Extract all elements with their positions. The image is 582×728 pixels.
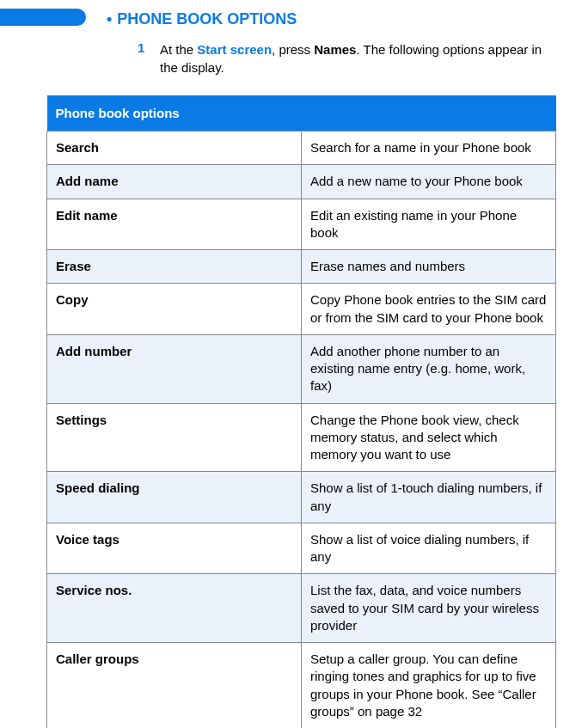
- start-screen-link: Start screen: [197, 42, 272, 57]
- table-row: Settings Change the Phone book view, che…: [47, 403, 556, 472]
- table-row: Add number Add another phone number to a…: [47, 334, 556, 403]
- option-name: Settings: [47, 403, 302, 472]
- option-name: Caller groups: [47, 643, 302, 729]
- table-row: Voice tags Show a list of voice dialing …: [47, 523, 556, 574]
- table-row: Service nos. List the fax, data, and voi…: [47, 574, 556, 643]
- table-row: Copy Copy Phone book entries to the SIM …: [47, 284, 556, 335]
- table-title: Phone book options: [47, 95, 556, 132]
- step-1: 1 At the Start screen, press Names. The …: [138, 40, 556, 76]
- option-name: Erase: [47, 250, 302, 284]
- option-desc: Show a list of 1-touch dialing numbers, …: [302, 472, 556, 523]
- table-row: Add name Add a new name to your Phone bo…: [47, 165, 556, 199]
- option-desc: Show a list of voice dialing numbers, if…: [302, 523, 556, 574]
- option-desc: Change the Phone book view, check memory…: [302, 403, 556, 472]
- heading-text: PHONE BOOK OPTIONS: [117, 10, 297, 28]
- option-name: Service nos.: [47, 574, 302, 643]
- option-name: Voice tags: [47, 523, 302, 574]
- table-row: Caller groups Setup a caller group. You …: [47, 643, 556, 729]
- heading-bullet-icon: •: [107, 10, 112, 28]
- option-desc: Add a new name to your Phone book: [302, 165, 556, 199]
- option-desc: Erase names and numbers: [302, 250, 556, 284]
- step1-pre: At the: [160, 42, 197, 57]
- option-name: Add number: [47, 334, 302, 403]
- step-number: 1: [138, 40, 160, 76]
- option-name: Search: [47, 132, 302, 165]
- option-desc: Copy Phone book entries to the SIM card …: [302, 284, 556, 335]
- phone-book-options-table: Phone book options Search Search for a n…: [46, 95, 556, 728]
- option-name: Copy: [47, 284, 302, 335]
- names-key: Names: [314, 42, 356, 57]
- section-heading: •PHONE BOOK OPTIONS: [107, 10, 556, 28]
- table-row: Edit name Edit an existing name in your …: [47, 199, 556, 250]
- table-row: Speed dialing Show a list of 1-touch dia…: [47, 472, 556, 523]
- table-row: Search Search for a name in your Phone b…: [47, 132, 556, 165]
- step1-mid: , press: [272, 42, 314, 57]
- table-row: Erase Erase names and numbers: [47, 250, 556, 284]
- option-desc: Setup a caller group. You can define rin…: [302, 643, 556, 729]
- option-name: Edit name: [47, 199, 302, 250]
- section-tab: [0, 9, 86, 26]
- option-desc: Search for a name in your Phone book: [302, 132, 556, 165]
- option-name: Speed dialing: [47, 472, 302, 523]
- step-1-text: At the Start screen, press Names. The fo…: [160, 40, 556, 76]
- option-desc: List the fax, data, and voice numbers sa…: [302, 574, 556, 643]
- option-desc: Add another phone number to an existing …: [302, 334, 556, 403]
- option-name: Add name: [47, 165, 302, 199]
- option-desc: Edit an existing name in your Phone book: [302, 199, 556, 250]
